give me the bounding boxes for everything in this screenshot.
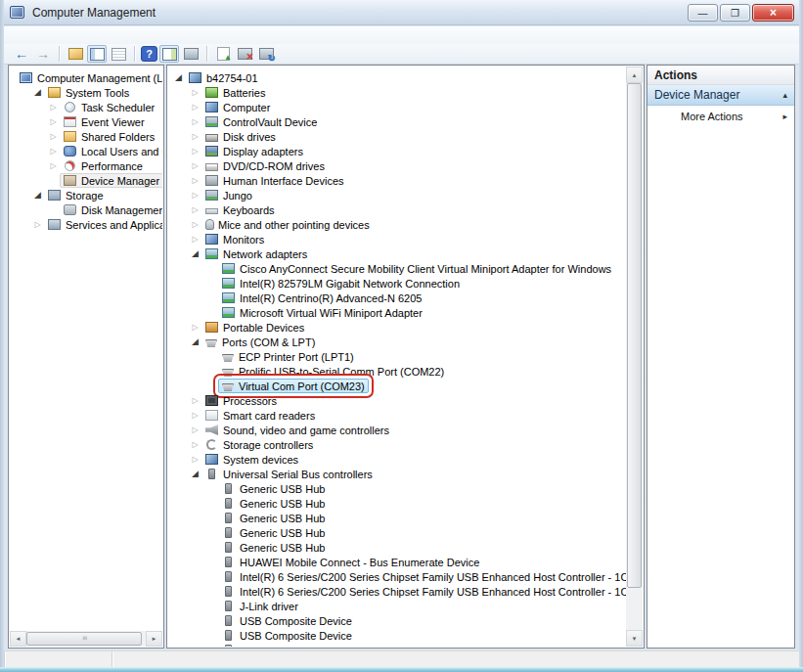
scroll-left-button[interactable]: ◄ (10, 631, 26, 647)
expander-icon[interactable]: ▷ (189, 437, 201, 452)
expander-icon[interactable]: ◢ (189, 246, 201, 261)
forward-button[interactable]: → (33, 45, 53, 63)
device-tree-item[interactable]: ◢ Ports (COM & LPT) (168, 335, 626, 349)
device-tree-item[interactable]: ▷ Portable Devices (168, 320, 626, 335)
tree-item[interactable]: Computer Management (Local) (10, 70, 162, 85)
device-tree-item[interactable]: ▷ System devices (168, 452, 626, 467)
tree-item[interactable]: ▷ Event Viewer (10, 114, 162, 129)
device-tree-item[interactable]: ▷ Disk drives (168, 129, 626, 144)
device-tree-item[interactable]: ▷ Jungo (168, 188, 626, 202)
expander-icon[interactable]: ◢ (172, 70, 185, 85)
device-tree-item[interactable]: Generic USB Hub (168, 525, 626, 540)
scrollbar-thumb[interactable] (26, 632, 142, 646)
properties-button[interactable] (109, 45, 128, 63)
device-tree-item[interactable]: ▷ Keyboards (168, 202, 626, 217)
scroll-up-button[interactable]: ▲ (626, 67, 643, 83)
expander-icon[interactable]: ▷ (189, 114, 201, 129)
device-tree-item[interactable]: ▷ Human Interface Devices (168, 173, 626, 188)
device-tree-item[interactable]: Microsoft Virtual WiFi Miniport Adapter (168, 305, 626, 320)
actions-group-device-manager[interactable]: Device Manager ▴ (647, 85, 794, 106)
tree-item[interactable]: Device Manager (10, 173, 162, 188)
tree-item[interactable]: ▷ Local Users and Groups (10, 144, 162, 158)
expander-icon[interactable]: ▷ (31, 217, 44, 232)
menu-item[interactable] (35, 34, 47, 36)
update-driver-button[interactable] (213, 45, 233, 63)
device-tree-item[interactable]: ▷ Storage controllers (168, 437, 626, 452)
expander-icon[interactable]: ◢ (31, 85, 44, 100)
horizontal-scrollbar[interactable]: ◄ ► (10, 631, 162, 647)
device-tree-item[interactable]: Generic USB Hub (168, 496, 626, 511)
expander-icon[interactable]: ▷ (189, 173, 201, 188)
expander-icon[interactable]: ▷ (189, 232, 201, 246)
remote-computer-button[interactable] (181, 45, 201, 63)
collapse-icon[interactable]: ▴ (782, 90, 787, 100)
device-tree-item[interactable]: ▷ Sound, video and game controllers (168, 423, 626, 437)
device-tree-item[interactable]: ◢ Network adapters (168, 246, 626, 261)
expander-icon[interactable]: ▷ (189, 85, 201, 100)
expander-icon[interactable]: ▷ (47, 158, 60, 173)
minimize-button[interactable]: — (688, 4, 718, 22)
expander-icon[interactable]: ▷ (47, 129, 60, 144)
device-tree-item[interactable]: USB Composite Device (168, 613, 626, 628)
tree-item[interactable]: ▷ Task Scheduler (10, 100, 162, 114)
expander-icon[interactable]: ▷ (47, 114, 60, 129)
scroll-down-button[interactable]: ▼ (626, 630, 643, 647)
export-list-button[interactable] (66, 45, 85, 63)
expander-icon[interactable]: ▷ (189, 100, 201, 114)
device-tree-item[interactable]: ◢ b42754-01 (168, 70, 626, 85)
expander-icon[interactable]: ▷ (47, 100, 60, 114)
scroll-right-button[interactable]: ► (146, 631, 162, 647)
expander-icon[interactable]: ▷ (47, 144, 60, 158)
expander-icon[interactable]: ▷ (189, 423, 201, 437)
console-tree-toggle-button[interactable] (87, 45, 107, 63)
device-tree-item[interactable]: Generic USB Hub (168, 540, 626, 555)
device-tree-item[interactable]: HUAWEI Mobile Connect - Bus Enumerate De… (168, 555, 626, 569)
tree-item[interactable]: ◢ Storage (10, 188, 162, 202)
menu-item[interactable] (23, 34, 35, 36)
device-tree-item[interactable]: ▷ Display adapters (168, 144, 626, 158)
device-tree-item[interactable]: ECP Printer Port (LPT1) (168, 349, 626, 364)
uninstall-device-button[interactable] (235, 45, 254, 63)
device-tree-item[interactable]: ▷ Smart card readers (168, 408, 626, 423)
device-tree-item[interactable]: ◢ Universal Serial Bus controllers (168, 467, 626, 481)
tree-item[interactable]: ▷ Shared Folders (10, 129, 162, 144)
more-actions-item[interactable]: More Actions ▸ (647, 106, 794, 126)
scrollbar-thumb[interactable] (627, 83, 642, 588)
device-tree-item[interactable]: ▷ Mice and other pointing devices (168, 217, 626, 232)
expander-icon[interactable]: ▷ (189, 452, 201, 467)
vertical-scrollbar[interactable]: ▲ ▼ (626, 67, 643, 647)
action-pane-toggle-button[interactable] (159, 45, 179, 63)
menu-item[interactable] (12, 34, 23, 36)
device-tree-item[interactable]: USB Mass Storage Device (168, 643, 626, 647)
device-tree-item[interactable]: Cisco AnyConnect Secure Mobility Client … (168, 261, 626, 276)
device-tree-item[interactable]: Generic USB Hub (168, 511, 626, 525)
device-tree-item[interactable]: ▷ Monitors (168, 232, 626, 246)
menu-item[interactable] (47, 34, 59, 36)
expander-icon[interactable]: ▷ (189, 202, 201, 217)
expander-icon[interactable]: ◢ (189, 335, 201, 349)
expander-icon[interactable]: ◢ (31, 188, 44, 202)
tree-item[interactable]: Disk Management (10, 202, 162, 217)
device-tree-item[interactable]: J-Link driver (168, 599, 626, 613)
device-tree-item[interactable]: USB Composite Device (168, 628, 626, 643)
expander-icon[interactable]: ▷ (189, 129, 201, 144)
device-tree-item[interactable]: ▷ Computer (168, 100, 626, 114)
device-tree-item[interactable]: Intel(R) Centrino(R) Advanced-N 6205 (168, 291, 626, 305)
expander-icon[interactable]: ▷ (189, 320, 201, 335)
tree-item[interactable]: ◢ System Tools (10, 85, 162, 100)
device-tree-item[interactable]: Generic USB Hub (168, 481, 626, 496)
help-button[interactable]: ? (141, 46, 157, 62)
scan-hardware-changes-button[interactable] (256, 45, 276, 63)
expander-icon[interactable]: ▷ (189, 188, 201, 202)
device-tree-item[interactable]: ▷ Batteries (168, 85, 626, 100)
expander-icon[interactable]: ▷ (189, 144, 201, 158)
expander-icon[interactable]: ▷ (189, 393, 201, 408)
tree-item[interactable]: ▷ Services and Applications (10, 217, 162, 232)
expander-icon[interactable]: ▷ (189, 217, 201, 232)
close-button[interactable]: × (752, 4, 794, 22)
expander-icon[interactable]: ▷ (189, 158, 201, 173)
restore-button[interactable]: ❐ (720, 4, 750, 22)
device-tree-item[interactable]: Intel(R) 6 Series/C200 Series Chipset Fa… (168, 584, 626, 599)
device-tree-item[interactable]: ▷ DVD/CD-ROM drives (168, 158, 626, 173)
device-tree-item[interactable]: Prolific USB-to-Serial Comm Port (COM22) (168, 364, 626, 379)
